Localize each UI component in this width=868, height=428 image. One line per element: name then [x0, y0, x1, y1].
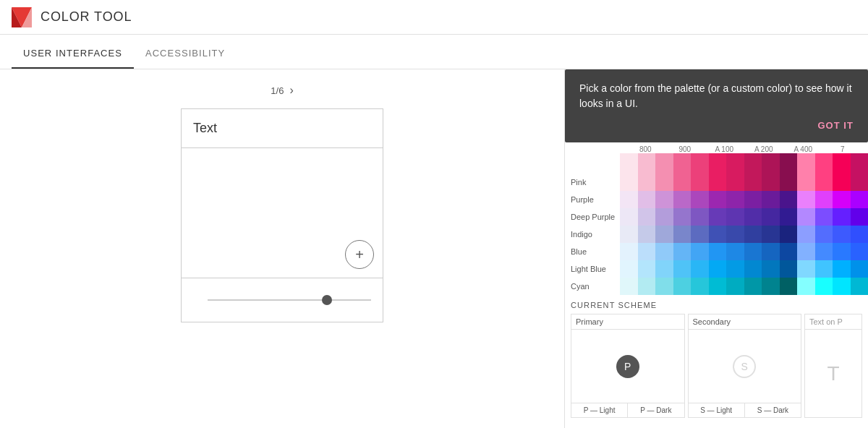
color-swatch[interactable] — [638, 243, 656, 260]
color-swatch[interactable] — [673, 226, 692, 243]
color-swatch[interactable] — [620, 226, 638, 243]
color-swatch[interactable] — [762, 243, 780, 260]
color-swatch[interactable] — [833, 226, 851, 243]
color-swatch[interactable] — [797, 243, 815, 260]
color-swatch[interactable] — [638, 208, 656, 226]
highlight-swatch[interactable] — [744, 153, 762, 174]
highlight-swatch[interactable] — [762, 153, 780, 174]
color-swatch[interactable] — [851, 174, 869, 191]
color-swatch[interactable] — [797, 278, 815, 295]
color-swatch[interactable] — [833, 243, 851, 260]
color-swatch[interactable] — [815, 243, 833, 260]
color-swatch[interactable] — [797, 260, 815, 278]
color-swatch[interactable] — [655, 278, 673, 295]
color-swatch[interactable] — [762, 174, 780, 191]
color-swatch[interactable] — [709, 278, 727, 295]
highlight-swatch[interactable] — [797, 153, 815, 174]
color-swatch[interactable] — [780, 208, 798, 226]
highlight-swatch[interactable] — [726, 153, 744, 174]
color-swatch[interactable] — [691, 191, 709, 208]
color-swatch[interactable] — [691, 208, 709, 226]
color-swatch[interactable] — [726, 174, 744, 191]
color-swatch[interactable] — [726, 243, 744, 260]
color-swatch[interactable] — [815, 278, 833, 295]
color-swatch[interactable] — [655, 260, 673, 278]
color-swatch[interactable] — [851, 208, 869, 226]
tab-user-interfaces[interactable]: USER INTERFACES — [12, 39, 134, 69]
color-swatch[interactable] — [762, 226, 780, 243]
color-swatch[interactable] — [655, 243, 673, 260]
highlight-swatch[interactable] — [638, 153, 656, 174]
color-swatch[interactable] — [780, 260, 798, 278]
highlight-swatch[interactable] — [673, 153, 692, 174]
color-swatch[interactable] — [851, 191, 869, 208]
color-swatch[interactable] — [780, 174, 798, 191]
color-swatch[interactable] — [762, 191, 780, 208]
color-swatch[interactable] — [638, 260, 656, 278]
secondary-light-label[interactable]: S — Light — [689, 403, 745, 417]
secondary-dark-label[interactable]: S — Dark — [745, 403, 801, 417]
highlight-swatch[interactable] — [780, 153, 798, 174]
color-swatch[interactable] — [744, 174, 762, 191]
color-swatch[interactable] — [726, 208, 744, 226]
color-swatch[interactable] — [851, 243, 869, 260]
color-swatch[interactable] — [709, 208, 727, 226]
pagination-next-icon[interactable]: › — [289, 84, 293, 97]
color-swatch[interactable] — [673, 278, 692, 295]
color-swatch[interactable] — [744, 226, 762, 243]
color-swatch[interactable] — [833, 260, 851, 278]
color-swatch[interactable] — [797, 226, 815, 243]
color-swatch[interactable] — [744, 278, 762, 295]
color-swatch[interactable] — [691, 243, 709, 260]
color-swatch[interactable] — [655, 191, 673, 208]
color-swatch[interactable] — [780, 226, 798, 243]
color-swatch[interactable] — [673, 191, 692, 208]
highlight-swatch[interactable] — [709, 153, 727, 174]
color-swatch[interactable] — [744, 260, 762, 278]
color-swatch[interactable] — [762, 260, 780, 278]
color-swatch[interactable] — [726, 278, 744, 295]
color-swatch[interactable] — [655, 174, 673, 191]
tab-accessibility[interactable]: ACCESSIBILITY — [134, 39, 237, 69]
color-swatch[interactable] — [638, 191, 656, 208]
primary-light-label[interactable]: P — Light — [571, 403, 628, 417]
slider-thumb[interactable] — [322, 295, 332, 305]
color-swatch[interactable] — [833, 174, 851, 191]
color-swatch[interactable] — [620, 260, 638, 278]
color-swatch[interactable] — [726, 260, 744, 278]
highlight-swatch[interactable] — [691, 153, 709, 174]
color-swatch[interactable] — [762, 208, 780, 226]
highlight-swatch[interactable] — [833, 153, 851, 174]
color-swatch[interactable] — [815, 260, 833, 278]
color-swatch[interactable] — [797, 174, 815, 191]
color-swatch[interactable] — [815, 226, 833, 243]
color-swatch[interactable] — [780, 243, 798, 260]
color-swatch[interactable] — [620, 278, 638, 295]
color-swatch[interactable] — [673, 174, 692, 191]
color-swatch[interactable] — [833, 278, 851, 295]
color-swatch[interactable] — [780, 191, 798, 208]
color-swatch[interactable] — [726, 191, 744, 208]
color-swatch[interactable] — [815, 174, 833, 191]
color-swatch[interactable] — [691, 226, 709, 243]
color-swatch[interactable] — [691, 260, 709, 278]
color-swatch[interactable] — [851, 226, 869, 243]
color-swatch[interactable] — [620, 208, 638, 226]
color-swatch[interactable] — [833, 191, 851, 208]
color-swatch[interactable] — [815, 208, 833, 226]
color-swatch[interactable] — [797, 208, 815, 226]
color-swatch[interactable] — [709, 243, 727, 260]
color-swatch[interactable] — [620, 243, 638, 260]
color-swatch[interactable] — [638, 278, 656, 295]
color-swatch[interactable] — [620, 191, 638, 208]
color-swatch[interactable] — [673, 243, 692, 260]
color-swatch[interactable] — [780, 278, 798, 295]
add-button[interactable]: + — [345, 240, 374, 269]
color-swatch[interactable] — [673, 260, 692, 278]
color-swatch[interactable] — [726, 226, 744, 243]
highlight-swatch[interactable] — [851, 153, 869, 174]
color-swatch[interactable] — [851, 260, 869, 278]
highlight-swatch[interactable] — [815, 153, 833, 174]
color-swatch[interactable] — [797, 191, 815, 208]
color-swatch[interactable] — [851, 278, 869, 295]
